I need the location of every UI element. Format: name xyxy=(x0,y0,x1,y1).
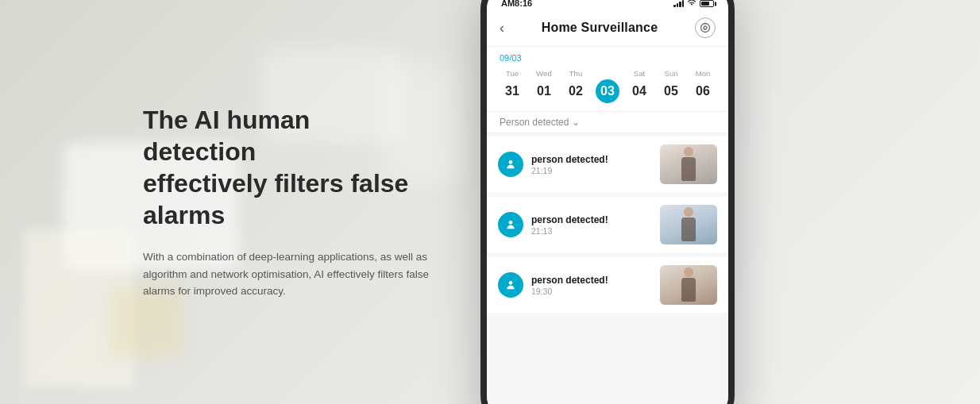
phone: AM8:16 xyxy=(480,0,735,404)
day-sun-num: 05 xyxy=(659,79,683,103)
status-bar: AM8:16 xyxy=(487,0,728,13)
day-thu-name: Thu xyxy=(569,69,582,78)
event-title-2: person detected! xyxy=(531,214,652,225)
thumb-head-1 xyxy=(684,147,693,156)
wifi-icon xyxy=(687,0,696,8)
day-thu[interactable]: Thu 02 xyxy=(564,69,588,103)
day-wed-num: 01 xyxy=(532,79,556,103)
app-header: ‹ Home Surveillance xyxy=(487,13,728,47)
thumb-person-1 xyxy=(681,147,696,181)
event-info-2: person detected! 21:13 xyxy=(531,214,652,236)
filter-bar[interactable]: Person detected ⌄ xyxy=(487,111,728,133)
page-wrapper: The AI human detection effectively filte… xyxy=(0,0,980,404)
phone-wrapper: AM8:16 xyxy=(461,0,754,404)
svg-point-1 xyxy=(704,26,707,29)
event-icon-2 xyxy=(498,212,523,237)
day-mon[interactable]: Mon 06 xyxy=(691,69,715,103)
thumb-body-2 xyxy=(681,217,696,241)
battery-icon xyxy=(700,0,714,7)
event-item-1[interactable]: person detected! 21:19 xyxy=(487,137,728,192)
signal-icon xyxy=(673,0,684,7)
chevron-down-icon: ⌄ xyxy=(572,117,580,128)
event-time-1: 21:19 xyxy=(531,166,652,175)
event-thumb-3 xyxy=(660,265,717,305)
heading-line1: The AI human detection xyxy=(143,106,310,166)
day-fri-name: Fri xyxy=(603,69,612,78)
filter-text: Person detected xyxy=(500,117,569,128)
event-title-3: person detected! xyxy=(531,275,652,286)
event-time-3: 19:30 xyxy=(531,287,652,296)
day-wed-name: Wed xyxy=(536,69,551,78)
left-content: The AI human detection effectively filte… xyxy=(0,104,461,300)
app-title: Home Surveillance xyxy=(542,21,658,35)
signal-bar-4 xyxy=(682,0,685,7)
thumb-person-3 xyxy=(681,267,696,302)
svg-point-4 xyxy=(509,281,513,285)
day-wed[interactable]: Wed 01 xyxy=(532,69,556,103)
day-mon-name: Mon xyxy=(696,69,710,78)
events-list: person detected! 21:19 xyxy=(487,133,728,404)
day-sat[interactable]: Sat 04 xyxy=(627,69,651,103)
thumb-person-2 xyxy=(681,207,696,241)
day-fri-num: 03 xyxy=(596,79,619,103)
signal-bar-3 xyxy=(679,2,681,7)
day-thu-num: 02 xyxy=(564,79,588,103)
main-heading: The AI human detection effectively filte… xyxy=(143,104,429,231)
day-sat-num: 04 xyxy=(627,79,651,103)
event-icon-1 xyxy=(498,152,523,177)
thumb-head-3 xyxy=(684,267,693,277)
day-tue-num: 31 xyxy=(500,79,524,103)
filter-label: Person detected ⌄ xyxy=(500,117,716,128)
day-sat-name: Sat xyxy=(634,69,645,78)
day-fri[interactable]: Fri 03 xyxy=(596,69,619,103)
event-info-3: person detected! 19:30 xyxy=(531,275,652,296)
thumb-body-1 xyxy=(681,157,696,181)
heading-line2: effectively filters false alarms xyxy=(143,169,408,229)
signal-bar-1 xyxy=(673,5,676,7)
event-time-2: 21:13 xyxy=(531,226,652,236)
status-icons xyxy=(673,0,714,8)
thumb-body-3 xyxy=(681,278,696,302)
thumb-head-2 xyxy=(684,207,693,217)
day-tue-name: Tue xyxy=(506,69,519,78)
event-icon-3 xyxy=(498,272,523,298)
status-time: AM8:16 xyxy=(501,0,532,8)
battery-fill xyxy=(701,2,709,6)
day-selector: Tue 31 Wed 01 Thu 02 Fri 03 Sat 04 xyxy=(487,66,728,111)
day-sun-name: Sun xyxy=(665,69,678,78)
svg-point-0 xyxy=(700,24,709,33)
event-item-3[interactable]: person detected! 19:30 xyxy=(487,257,728,313)
event-title-1: person detected! xyxy=(531,154,652,165)
signal-bar-2 xyxy=(677,3,679,7)
day-mon-num: 06 xyxy=(691,79,715,103)
day-sun[interactable]: Sun 05 xyxy=(659,69,683,103)
svg-point-2 xyxy=(509,160,513,164)
date-label: 09/03 xyxy=(487,47,728,66)
event-info-1: person detected! 21:19 xyxy=(531,154,652,175)
svg-point-3 xyxy=(509,221,513,225)
sub-text: With a combination of deep-learning appl… xyxy=(143,248,429,300)
settings-button[interactable] xyxy=(695,17,716,38)
event-item-2[interactable]: person detected! 21:13 xyxy=(487,197,728,252)
back-button[interactable]: ‹ xyxy=(500,20,504,37)
event-thumb-2 xyxy=(660,205,717,244)
event-thumb-1 xyxy=(660,144,717,184)
day-tue[interactable]: Tue 31 xyxy=(500,69,524,103)
